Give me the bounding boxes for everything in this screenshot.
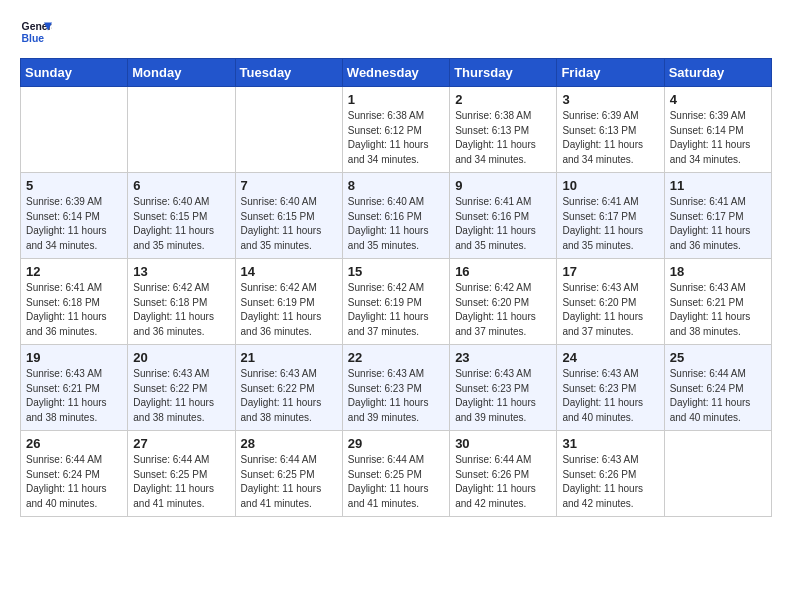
calendar-cell: 27Sunrise: 6:44 AM Sunset: 6:25 PM Dayli… — [128, 431, 235, 517]
day-info: Sunrise: 6:39 AM Sunset: 6:13 PM Dayligh… — [562, 109, 658, 167]
calendar-cell: 7Sunrise: 6:40 AM Sunset: 6:15 PM Daylig… — [235, 173, 342, 259]
day-info: Sunrise: 6:39 AM Sunset: 6:14 PM Dayligh… — [670, 109, 766, 167]
calendar-cell: 22Sunrise: 6:43 AM Sunset: 6:23 PM Dayli… — [342, 345, 449, 431]
day-number: 16 — [455, 264, 551, 279]
day-number: 20 — [133, 350, 229, 365]
calendar-cell: 4Sunrise: 6:39 AM Sunset: 6:14 PM Daylig… — [664, 87, 771, 173]
day-number: 22 — [348, 350, 444, 365]
calendar-cell: 14Sunrise: 6:42 AM Sunset: 6:19 PM Dayli… — [235, 259, 342, 345]
calendar-week-row: 5Sunrise: 6:39 AM Sunset: 6:14 PM Daylig… — [21, 173, 772, 259]
calendar-cell: 10Sunrise: 6:41 AM Sunset: 6:17 PM Dayli… — [557, 173, 664, 259]
calendar-cell: 24Sunrise: 6:43 AM Sunset: 6:23 PM Dayli… — [557, 345, 664, 431]
day-info: Sunrise: 6:41 AM Sunset: 6:17 PM Dayligh… — [562, 195, 658, 253]
calendar-cell: 29Sunrise: 6:44 AM Sunset: 6:25 PM Dayli… — [342, 431, 449, 517]
calendar-cell: 6Sunrise: 6:40 AM Sunset: 6:15 PM Daylig… — [128, 173, 235, 259]
calendar-cell: 25Sunrise: 6:44 AM Sunset: 6:24 PM Dayli… — [664, 345, 771, 431]
calendar-cell: 31Sunrise: 6:43 AM Sunset: 6:26 PM Dayli… — [557, 431, 664, 517]
header: General Blue — [20, 16, 772, 48]
calendar-week-row: 26Sunrise: 6:44 AM Sunset: 6:24 PM Dayli… — [21, 431, 772, 517]
calendar-week-row: 19Sunrise: 6:43 AM Sunset: 6:21 PM Dayli… — [21, 345, 772, 431]
weekday-header: Tuesday — [235, 59, 342, 87]
calendar-cell: 11Sunrise: 6:41 AM Sunset: 6:17 PM Dayli… — [664, 173, 771, 259]
calendar-cell: 3Sunrise: 6:39 AM Sunset: 6:13 PM Daylig… — [557, 87, 664, 173]
weekday-header: Wednesday — [342, 59, 449, 87]
logo-icon: General Blue — [20, 16, 52, 48]
day-number: 1 — [348, 92, 444, 107]
calendar-cell: 12Sunrise: 6:41 AM Sunset: 6:18 PM Dayli… — [21, 259, 128, 345]
calendar-week-row: 12Sunrise: 6:41 AM Sunset: 6:18 PM Dayli… — [21, 259, 772, 345]
day-info: Sunrise: 6:43 AM Sunset: 6:23 PM Dayligh… — [562, 367, 658, 425]
day-number: 6 — [133, 178, 229, 193]
calendar-cell — [235, 87, 342, 173]
day-number: 8 — [348, 178, 444, 193]
day-number: 30 — [455, 436, 551, 451]
day-number: 3 — [562, 92, 658, 107]
day-info: Sunrise: 6:43 AM Sunset: 6:22 PM Dayligh… — [133, 367, 229, 425]
day-number: 12 — [26, 264, 122, 279]
calendar-week-row: 1Sunrise: 6:38 AM Sunset: 6:12 PM Daylig… — [21, 87, 772, 173]
calendar-cell: 1Sunrise: 6:38 AM Sunset: 6:12 PM Daylig… — [342, 87, 449, 173]
calendar-cell: 23Sunrise: 6:43 AM Sunset: 6:23 PM Dayli… — [450, 345, 557, 431]
day-info: Sunrise: 6:40 AM Sunset: 6:15 PM Dayligh… — [133, 195, 229, 253]
day-info: Sunrise: 6:43 AM Sunset: 6:20 PM Dayligh… — [562, 281, 658, 339]
day-info: Sunrise: 6:44 AM Sunset: 6:25 PM Dayligh… — [241, 453, 337, 511]
day-number: 9 — [455, 178, 551, 193]
day-info: Sunrise: 6:44 AM Sunset: 6:24 PM Dayligh… — [670, 367, 766, 425]
day-info: Sunrise: 6:43 AM Sunset: 6:21 PM Dayligh… — [670, 281, 766, 339]
day-number: 24 — [562, 350, 658, 365]
logo: General Blue — [20, 16, 52, 48]
day-info: Sunrise: 6:42 AM Sunset: 6:18 PM Dayligh… — [133, 281, 229, 339]
day-info: Sunrise: 6:44 AM Sunset: 6:25 PM Dayligh… — [133, 453, 229, 511]
calendar-cell: 20Sunrise: 6:43 AM Sunset: 6:22 PM Dayli… — [128, 345, 235, 431]
day-info: Sunrise: 6:43 AM Sunset: 6:26 PM Dayligh… — [562, 453, 658, 511]
calendar-header: SundayMondayTuesdayWednesdayThursdayFrid… — [21, 59, 772, 87]
day-number: 2 — [455, 92, 551, 107]
weekday-header: Monday — [128, 59, 235, 87]
day-info: Sunrise: 6:42 AM Sunset: 6:20 PM Dayligh… — [455, 281, 551, 339]
calendar-cell — [128, 87, 235, 173]
day-info: Sunrise: 6:41 AM Sunset: 6:17 PM Dayligh… — [670, 195, 766, 253]
day-number: 4 — [670, 92, 766, 107]
calendar-cell: 21Sunrise: 6:43 AM Sunset: 6:22 PM Dayli… — [235, 345, 342, 431]
calendar-cell: 18Sunrise: 6:43 AM Sunset: 6:21 PM Dayli… — [664, 259, 771, 345]
day-number: 29 — [348, 436, 444, 451]
day-info: Sunrise: 6:40 AM Sunset: 6:15 PM Dayligh… — [241, 195, 337, 253]
day-info: Sunrise: 6:42 AM Sunset: 6:19 PM Dayligh… — [348, 281, 444, 339]
day-number: 10 — [562, 178, 658, 193]
weekday-header: Friday — [557, 59, 664, 87]
weekday-row: SundayMondayTuesdayWednesdayThursdayFrid… — [21, 59, 772, 87]
day-number: 14 — [241, 264, 337, 279]
day-info: Sunrise: 6:39 AM Sunset: 6:14 PM Dayligh… — [26, 195, 122, 253]
page: General Blue SundayMondayTuesdayWednesda… — [0, 0, 792, 612]
calendar-cell: 28Sunrise: 6:44 AM Sunset: 6:25 PM Dayli… — [235, 431, 342, 517]
calendar-cell: 19Sunrise: 6:43 AM Sunset: 6:21 PM Dayli… — [21, 345, 128, 431]
calendar-cell: 13Sunrise: 6:42 AM Sunset: 6:18 PM Dayli… — [128, 259, 235, 345]
calendar-cell: 26Sunrise: 6:44 AM Sunset: 6:24 PM Dayli… — [21, 431, 128, 517]
day-info: Sunrise: 6:43 AM Sunset: 6:23 PM Dayligh… — [455, 367, 551, 425]
weekday-header: Thursday — [450, 59, 557, 87]
day-info: Sunrise: 6:43 AM Sunset: 6:23 PM Dayligh… — [348, 367, 444, 425]
day-number: 11 — [670, 178, 766, 193]
day-number: 18 — [670, 264, 766, 279]
day-number: 13 — [133, 264, 229, 279]
day-info: Sunrise: 6:43 AM Sunset: 6:21 PM Dayligh… — [26, 367, 122, 425]
weekday-header: Sunday — [21, 59, 128, 87]
calendar-cell: 17Sunrise: 6:43 AM Sunset: 6:20 PM Dayli… — [557, 259, 664, 345]
day-number: 26 — [26, 436, 122, 451]
calendar-cell: 9Sunrise: 6:41 AM Sunset: 6:16 PM Daylig… — [450, 173, 557, 259]
day-number: 21 — [241, 350, 337, 365]
day-info: Sunrise: 6:44 AM Sunset: 6:24 PM Dayligh… — [26, 453, 122, 511]
day-info: Sunrise: 6:40 AM Sunset: 6:16 PM Dayligh… — [348, 195, 444, 253]
calendar: SundayMondayTuesdayWednesdayThursdayFrid… — [20, 58, 772, 517]
calendar-cell — [664, 431, 771, 517]
day-number: 17 — [562, 264, 658, 279]
day-number: 5 — [26, 178, 122, 193]
day-info: Sunrise: 6:43 AM Sunset: 6:22 PM Dayligh… — [241, 367, 337, 425]
day-number: 31 — [562, 436, 658, 451]
calendar-body: 1Sunrise: 6:38 AM Sunset: 6:12 PM Daylig… — [21, 87, 772, 517]
day-number: 25 — [670, 350, 766, 365]
day-number: 19 — [26, 350, 122, 365]
calendar-cell: 30Sunrise: 6:44 AM Sunset: 6:26 PM Dayli… — [450, 431, 557, 517]
day-number: 27 — [133, 436, 229, 451]
day-number: 15 — [348, 264, 444, 279]
